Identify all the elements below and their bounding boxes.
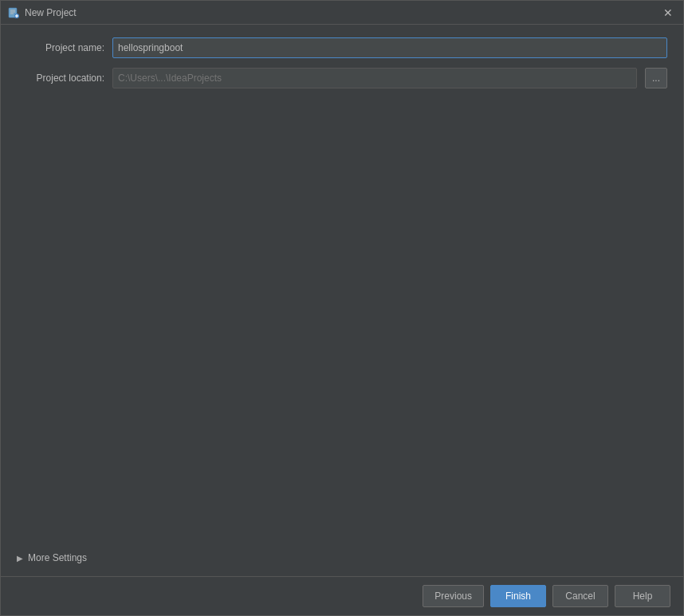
title-bar: New Project ✕ [1,1,683,25]
window-title: New Project [25,7,77,18]
project-location-row: Project location: ... [17,68,667,88]
project-name-label: Project name: [17,42,104,53]
close-button[interactable]: ✕ [659,4,677,22]
finish-button[interactable]: Finish [490,585,546,607]
chevron-right-icon: ▶ [17,554,23,563]
browse-button[interactable]: ... [645,68,667,88]
more-settings-toggle[interactable]: ▶ More Settings [17,547,667,568]
more-settings-label: More Settings [28,552,87,563]
project-name-row: Project name: [17,37,667,58]
dialog-window: New Project ✕ Project name: Project loca… [0,0,684,616]
content-area: Project name: Project location: ... [1,25,683,539]
cancel-button[interactable]: Cancel [552,585,608,607]
new-project-icon [7,6,20,19]
previous-button[interactable]: Previous [423,585,484,607]
footer: Previous Finish Cancel Help [1,576,683,615]
title-bar-left: New Project [7,6,77,19]
content-spacer [17,98,667,527]
bottom-section: ▶ More Settings [1,539,683,576]
project-location-label: Project location: [17,73,104,84]
project-location-input[interactable] [112,68,637,88]
help-button[interactable]: Help [615,585,670,607]
project-name-input[interactable] [112,37,667,58]
